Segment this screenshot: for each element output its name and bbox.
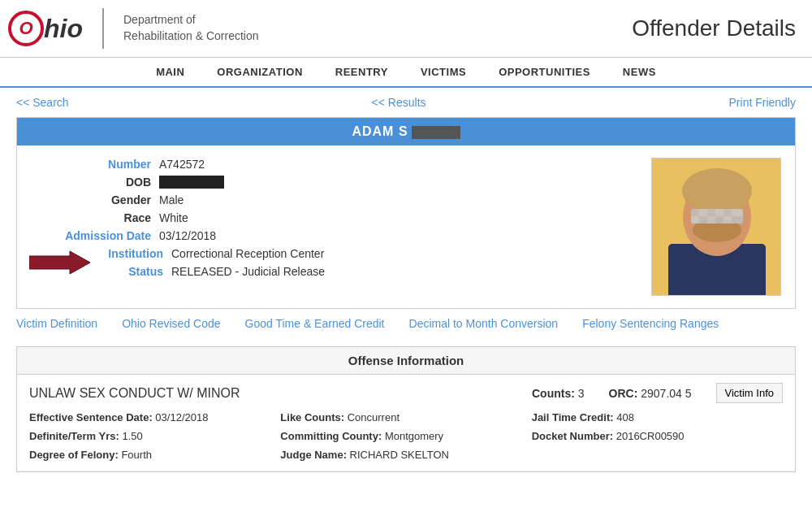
detail-felony-degree: Degree of Felony: Fourth [29, 447, 280, 462]
offense-details: Effective Sentence Date: 03/12/2018 Like… [29, 410, 783, 462]
detail-like-counts: Like Counts: Concurrent [280, 410, 531, 425]
victim-info-button[interactable]: Victim Info [716, 383, 783, 403]
name-redacted [412, 126, 460, 139]
link-good-time[interactable]: Good Time & Earned Credit [245, 317, 385, 330]
detail-term-yrs: Definite/Term Yrs: 1.50 [29, 428, 280, 444]
nav-victims[interactable]: VICTIMS [421, 66, 466, 78]
detail-docket: Docket Number: 2016CR00590 [532, 428, 783, 444]
detail-jail-credit: Jail Time Credit: 408 [532, 410, 783, 425]
arrow-icon [29, 250, 90, 276]
links-section: Victim Definition Ohio Revised Code Good… [0, 309, 812, 338]
logo-area: O hio Department of Rehabilitation & Cor… [8, 8, 259, 49]
offender-info: Number A742572 DOB Gender Male Race Whit… [29, 158, 633, 296]
photo-area [649, 158, 783, 296]
offender-body: Number A742572 DOB Gender Male Race Whit… [17, 145, 795, 308]
gender-label: Gender [29, 193, 159, 206]
svg-point-5 [682, 168, 752, 214]
number-value: A742572 [159, 158, 205, 171]
link-felony-ranges[interactable]: Felony Sentencing Ranges [582, 317, 719, 330]
offense-title-row: UNLAW SEX CONDUCT W/ MINOR Counts: 3 ORC… [29, 383, 783, 403]
nav-main[interactable]: MAIN [156, 66, 184, 78]
svg-rect-13 [732, 209, 743, 216]
search-link[interactable]: << Search [16, 96, 69, 109]
detail-county: Committing County: Montgomery [280, 428, 531, 444]
link-victim-definition[interactable]: Victim Definition [16, 317, 97, 330]
number-row: Number A742572 [29, 158, 633, 171]
svg-rect-17 [715, 216, 723, 224]
breadcrumb-bar: << Search << Results Print Friendly [0, 88, 812, 117]
offense-meta: Counts: 3 ORC: 2907.04 5 Victim Info [532, 383, 783, 403]
dept-text: Department of Rehabilitation & Correctio… [123, 12, 259, 44]
admission-value: 03/12/2018 [159, 229, 216, 242]
offender-card: ADAM S Number A742572 DOB Gender Male Ra… [16, 117, 796, 309]
institution-row: Institution Correctional Reception Cente… [29, 247, 633, 278]
photo-svg [652, 158, 781, 296]
svg-rect-15 [699, 216, 707, 224]
offense-section-header: Offense Information [17, 347, 795, 375]
race-row: Race White [29, 211, 633, 224]
detail-judge: Judge Name: RICHARD SKELTON [280, 447, 531, 462]
svg-rect-19 [732, 216, 743, 224]
orc-field: ORC: 2907.04 5 [609, 387, 692, 400]
detail-eff-date: Effective Sentence Date: 03/12/2018 [29, 410, 280, 425]
nav-reentry[interactable]: REENTRY [335, 66, 388, 78]
print-link[interactable]: Print Friendly [729, 96, 796, 109]
svg-rect-12 [723, 209, 732, 216]
dob-redacted [159, 176, 224, 189]
counts-field: Counts: 3 [532, 387, 585, 400]
svg-marker-0 [29, 251, 90, 274]
offense-section: Offense Information UNLAW SEX CONDUCT W/… [16, 346, 796, 472]
race-value: White [159, 211, 188, 224]
page-header: O hio Department of Rehabilitation & Cor… [0, 0, 812, 58]
svg-rect-11 [715, 209, 723, 216]
offense-row: UNLAW SEX CONDUCT W/ MINOR Counts: 3 ORC… [17, 375, 795, 471]
dob-label: DOB [29, 176, 159, 189]
link-ohio-revised-code[interactable]: Ohio Revised Code [122, 317, 220, 330]
offender-name-header: ADAM S [17, 118, 795, 145]
dob-row: DOB [29, 176, 633, 189]
svg-rect-10 [707, 209, 715, 216]
ohio-logo: O hio [8, 11, 83, 46]
admission-row: Admission Date 03/12/2018 [29, 229, 633, 242]
svg-rect-16 [707, 216, 715, 224]
admission-label: Admission Date [29, 229, 159, 242]
nav-news[interactable]: NEWS [623, 66, 656, 78]
link-decimal-conversion[interactable]: Decimal to Month Conversion [409, 317, 559, 330]
svg-rect-9 [699, 209, 707, 216]
institution-label: Institution [94, 247, 171, 260]
results-link[interactable]: << Results [372, 96, 426, 109]
race-label: Race [29, 211, 159, 224]
svg-rect-8 [691, 209, 699, 216]
offense-title: UNLAW SEX CONDUCT W/ MINOR [29, 386, 240, 401]
number-label: Number [29, 158, 159, 171]
nav-opportunities[interactable]: OPPORTUNITIES [499, 66, 590, 78]
ohio-circle-o: O [8, 11, 44, 46]
gender-row: Gender Male [29, 193, 633, 206]
offender-photo [651, 158, 781, 296]
svg-rect-14 [691, 216, 699, 224]
main-nav: MAIN ORGANIZATION REENTRY VICTIMS OPPORT… [0, 58, 812, 88]
status-value: RELEASED - Judicial Release [171, 265, 325, 278]
logo-divider [102, 8, 104, 49]
page-title: Offender Details [632, 15, 796, 41]
ohio-text: hio [44, 14, 83, 44]
gender-value: Male [159, 193, 184, 206]
nav-organization[interactable]: ORGANIZATION [217, 66, 302, 78]
svg-rect-18 [723, 216, 732, 224]
institution-value: Correctional Reception Center [171, 247, 324, 260]
status-label: Status [94, 265, 171, 278]
